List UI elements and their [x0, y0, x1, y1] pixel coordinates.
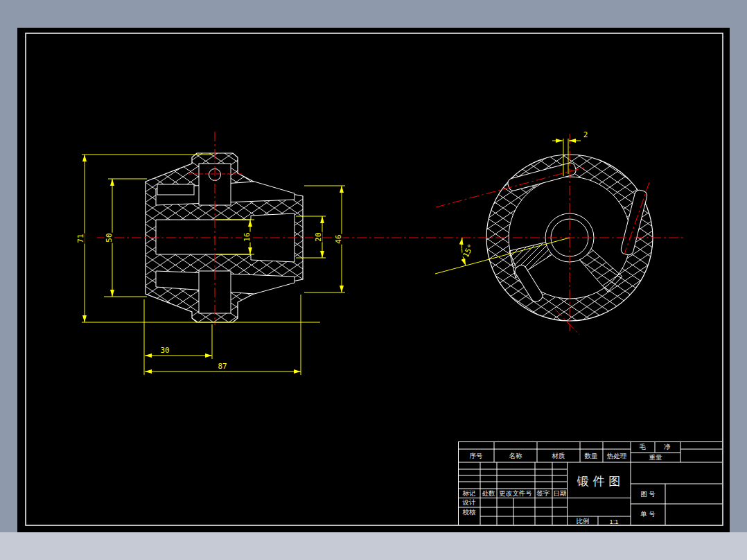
tb-count: 处数 [482, 489, 495, 498]
dim-right-face: 46 [334, 234, 343, 244]
tb-sheet-no: 单 号 [640, 510, 656, 519]
tb-serial: 序号 [470, 452, 483, 461]
tb-weight: 重量 [649, 453, 662, 462]
tb-scale-label: 比例 [577, 517, 590, 526]
tb-signature: 签字 [537, 489, 550, 498]
tb-date: 日期 [554, 489, 567, 498]
status-bar [0, 532, 747, 560]
dim-flange-height: 50 [105, 232, 114, 243]
tb-change-doc: 更改文件号 [499, 489, 532, 498]
dim-bore: 16 [243, 231, 252, 242]
tb-drawing-no: 图 号 [640, 490, 656, 499]
tb-name: 名称 [509, 452, 522, 461]
tb-design: 设计 [463, 498, 476, 507]
dim-length-step: 30 [159, 346, 170, 355]
dim-overall-height: 71 [76, 233, 85, 243]
tb-check: 校核 [463, 508, 476, 517]
drawing-title: 锻件图 [577, 473, 625, 489]
tb-material: 材质 [552, 452, 565, 461]
dim-bore-right: 20 [314, 231, 323, 242]
tb-qty: 数量 [585, 452, 598, 461]
tb-weight-gross: 毛 [639, 443, 646, 452]
dim-length-overall: 87 [217, 362, 227, 371]
tb-weight-net: 净 [664, 443, 671, 452]
tb-scale-value: 1:1 [609, 518, 618, 525]
drawing-linework [0, 0, 747, 560]
tb-mark: 标记 [463, 489, 476, 498]
cad-window: 71 50 16 20 46 30 87 2 15° 序号 名称 材质 数量 热… [0, 0, 747, 560]
tb-heat-treat: 热处理 [607, 452, 627, 461]
dim-wall: 2 [583, 130, 589, 139]
